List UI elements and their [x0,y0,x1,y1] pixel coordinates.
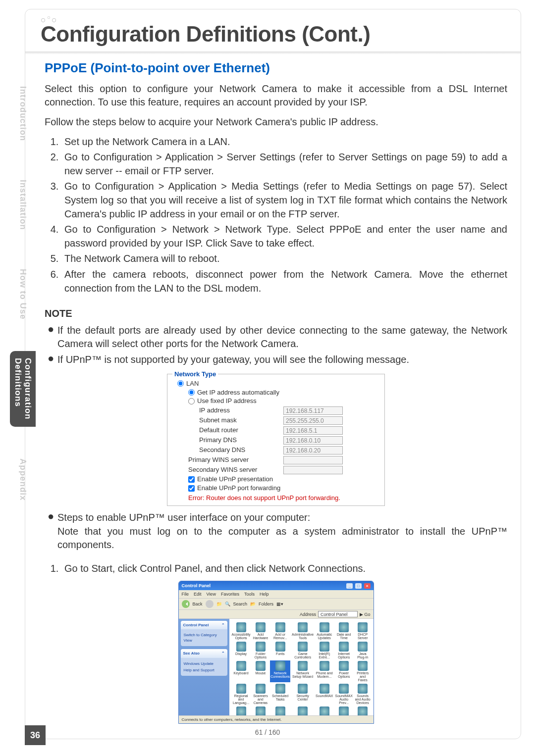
cp-item[interactable]: Accessibility Options [231,622,251,640]
cp-item[interactable]: Mouse [252,660,269,682]
cp-item[interactable]: SoundMAX [315,683,333,705]
address-field[interactable]: Control Panel [318,611,358,617]
cp-item[interactable]: Date and Time [335,622,353,640]
cp-item-icon [298,661,308,671]
cp-item[interactable]: Scanners and Cameras [252,683,269,705]
go-button[interactable]: ▶ Go [360,611,371,617]
cp-item[interactable]: Network Connections [270,660,290,682]
bullet-icon: ● [48,353,57,367]
checkbox-upnp-port-forwarding-input[interactable] [188,485,195,492]
checkbox-upnp-presentation[interactable]: Enable UPnP presentation [188,475,377,484]
maximize-icon[interactable]: □ [355,583,362,589]
cp-item[interactable]: System [252,706,269,715]
cp-item[interactable]: TOSHIBA HWSetup [291,706,314,715]
collapse-icon[interactable]: ⌃ [221,651,225,656]
cp-item[interactable]: Power Options [335,660,353,682]
secondary-wins-field[interactable] [283,466,343,474]
primary-wins-field[interactable] [283,456,343,464]
cp-item[interactable]: Keyboard [231,660,251,682]
enable-steps-list: Go to Start, click Control Panel, and th… [50,562,507,576]
close-icon[interactable]: × [364,583,371,589]
menu-view[interactable]: View [207,591,216,597]
menu-edit[interactable]: Edit [194,591,202,597]
cp-item[interactable]: Phone and Modem... [315,660,333,682]
checkbox-upnp-port-forwarding[interactable]: Enable UPnP port forwarding [188,484,377,493]
cp-item[interactable]: Scheduled Tasks [270,683,290,705]
menu-file[interactable]: File [182,591,189,597]
search-label[interactable]: Search [233,601,248,607]
radio-lan-input[interactable] [177,380,184,387]
primary-dns-label: Primary DNS [199,436,283,445]
cp-item[interactable]: Windows Firewall [354,706,372,715]
cp-icon-grid: Accessibility OptionsAdd HardwareAdd or … [231,622,372,715]
back-icon[interactable] [182,600,190,608]
primary-dns-field[interactable]: 192.168.0.10 [283,436,343,445]
views-icon[interactable]: ▦▾ [276,601,283,607]
tab-configuration-definitions[interactable]: Configuration Definitions [10,351,36,426]
folders-icon[interactable]: 📂 [250,601,256,607]
folders-label[interactable]: Folders [259,601,273,607]
cp-item[interactable]: Network Setup Wizard [291,660,314,682]
windows-update-link[interactable]: Windows Update [184,661,224,666]
cp-item[interactable]: Taskbar and Start Menu [270,706,290,715]
cp-item[interactable]: TOSHIBA Power Saver [315,706,333,715]
forward-icon[interactable] [206,600,214,608]
tab-appendix[interactable]: Appendix [15,452,31,507]
cp-item[interactable]: Intel(R) Extre... [315,641,333,659]
cp-item[interactable]: Java Plug-in [354,641,372,659]
cp-item-icon [236,622,246,632]
ip-address-field[interactable]: 192.168.5.117 [283,406,343,415]
cp-item[interactable]: Internet Options [335,641,353,659]
secondary-dns-label: Secondary DNS [199,446,283,454]
radio-auto-ip-input[interactable] [188,389,195,396]
cp-item[interactable]: SoundMAX Audio Prev... [335,683,353,705]
cp-item[interactable]: Printers and Faxes [354,660,372,682]
cp-item[interactable]: User Accounts [335,706,353,715]
bullet-icon: ● [48,511,57,552]
cp-item-label: Administrative Tools [292,633,314,640]
cp-item[interactable]: Regional and Languag... [231,683,251,705]
cp-item[interactable]: Game Controllers [291,641,314,659]
cp-item[interactable]: Fonts [270,641,290,659]
cp-item-label: Accessibility Options [232,633,251,640]
cp-titlebar[interactable]: Control Panel _ □ × [179,581,374,590]
menu-tools[interactable]: Tools [244,591,255,597]
cp-item[interactable]: Add Hardware [252,622,269,640]
tab-how-to-use[interactable]: How to Use [15,262,31,327]
help-support-link[interactable]: Help and Support [184,667,224,673]
radio-lan[interactable]: LAN [177,379,377,388]
minimize-icon[interactable]: _ [346,583,353,589]
tab-introduction[interactable]: Introduction [15,79,31,148]
cp-item-label: DHCP Server [355,633,371,640]
secondary-dns-field[interactable]: 192.168.0.20 [283,446,343,454]
checkbox-upnp-presentation-input[interactable] [188,476,195,483]
back-label[interactable]: Back [193,601,203,607]
menu-help[interactable]: Help [260,591,269,597]
cp-item[interactable]: Security Center [291,683,314,705]
cp-item[interactable]: Sounds and Audio Devices [354,683,372,705]
cp-item[interactable]: Automatic Updates [315,622,333,640]
cp-menubar[interactable]: File Edit View Favorites Tools Help [179,590,374,599]
tab-installation[interactable]: Installation [15,173,31,237]
cp-item[interactable]: Display [231,641,251,659]
search-icon[interactable]: 🔍 [225,601,230,607]
menu-favorites[interactable]: Favorites [221,591,239,597]
cp-item-icon [298,642,308,652]
cp-item[interactable]: Folder Options [252,641,269,659]
cp-item[interactable]: Speech [231,706,251,715]
cp-item[interactable]: Add or Remov... [270,622,290,640]
subnet-mask-field[interactable]: 255.255.255.0 [283,416,343,425]
radio-fixed-ip[interactable]: Use fixed IP address [188,397,377,405]
cp-item[interactable]: Administrative Tools [291,622,314,640]
radio-auto-ip[interactable]: Get IP address automatically [188,388,377,397]
radio-fixed-ip-input[interactable] [188,398,195,404]
bullet-icon: ● [48,324,57,351]
default-router-field[interactable]: 192.168.5.1 [283,426,343,435]
page-title: Configuration Definitions (Cont.) [41,22,370,47]
cp-item[interactable]: DHCP Server [354,622,372,640]
up-icon[interactable]: 📁 [216,601,222,607]
switch-category-view-link[interactable]: Switch to Category View [184,632,224,643]
secondary-wins-label: Secondary WINS server [188,465,283,474]
collapse-icon[interactable]: ⌃ [221,622,225,628]
cp-sidebox-see-also: See Also⌃ Windows Update Help and Suppor… [181,649,227,675]
